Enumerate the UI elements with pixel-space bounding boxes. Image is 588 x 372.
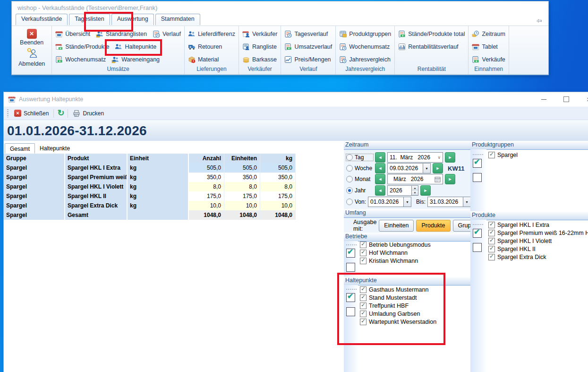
print-button[interactable]: Drucken bbox=[71, 110, 105, 117]
ribbon-item-zeitraum[interactable]: Zeitraum bbox=[472, 30, 505, 38]
ribbon-item-preis-mengen[interactable]: Preis/Mengen bbox=[284, 56, 331, 63]
prev-day-button[interactable]: ◄ bbox=[375, 152, 385, 163]
ribbon-item-verkaeufer[interactable]: Verkäufer bbox=[242, 30, 278, 38]
ribbon: × Beenden Abmelden Übersicht Standrangli… bbox=[12, 26, 548, 75]
column-header[interactable]: Produkt bbox=[65, 154, 128, 163]
haltepunkte-check-all-checkbox[interactable] bbox=[346, 293, 355, 302]
produkt-item[interactable]: Spargel HKL I Extra bbox=[488, 221, 588, 229]
ribbon-pin-icon[interactable] bbox=[535, 17, 543, 25]
ribbon-item-umsatzverlauf[interactable]: Umsatzverlauf bbox=[284, 43, 332, 51]
haltepunkt-item[interactable]: Gasthaus Mustermann bbox=[360, 285, 436, 294]
ribbon-item-staende-produkte-total[interactable]: Stände/Produkte total bbox=[398, 30, 465, 38]
month-field[interactable]: März 2026 bbox=[387, 174, 443, 184]
column-header[interactable]: Anzahl bbox=[189, 154, 224, 163]
ribbon-item-lieferdifferenz[interactable]: Lieferdifferenz bbox=[188, 30, 235, 38]
ribbon-item-verlauf[interactable]: Verlauf bbox=[153, 30, 181, 38]
radio-von[interactable]: Von: bbox=[346, 199, 366, 205]
tab-gesamt[interactable]: Gesamt bbox=[5, 143, 35, 154]
drag-dots-icon[interactable] bbox=[473, 224, 483, 225]
haltepunkt-item[interactable]: Treffpunkt HBF bbox=[360, 302, 436, 310]
column-header[interactable]: Einheit bbox=[128, 154, 189, 163]
betriebe-uncheck-all-checkbox[interactable] bbox=[346, 263, 355, 272]
prev-month-button[interactable]: ◄ bbox=[375, 174, 385, 184]
produkte-button[interactable]: Produkte bbox=[416, 220, 450, 232]
column-header[interactable]: Einheiten bbox=[224, 154, 260, 163]
tab-verkaufsstaende[interactable]: Verkaufsstände bbox=[16, 14, 68, 25]
prev-year-button[interactable]: ◄ bbox=[375, 185, 385, 196]
tab-auswertung[interactable]: Auswertung bbox=[111, 14, 154, 25]
ribbon-group-rentabilitaet: Stände/Produkte total Rentabilitätsverla… bbox=[395, 26, 469, 74]
close-report-button[interactable]: × Schließen bbox=[13, 110, 50, 117]
haltepunkte-uncheck-all-checkbox[interactable] bbox=[346, 307, 355, 316]
column-header[interactable]: Gruppe bbox=[4, 154, 65, 163]
logout-button[interactable]: Abmelden bbox=[18, 61, 45, 67]
ribbon-item-material[interactable]: Material bbox=[188, 56, 219, 63]
next-day-button[interactable]: ► bbox=[445, 152, 455, 163]
maximize-button[interactable] bbox=[556, 92, 576, 106]
haltepunkt-item[interactable]: Umladung Garbsen bbox=[360, 310, 436, 318]
radio-monat[interactable]: Monat bbox=[346, 176, 373, 182]
quit-icon[interactable]: × bbox=[27, 29, 37, 39]
ribbon-item-wochenumsatz[interactable]: Wochenumsatz bbox=[55, 56, 106, 63]
table-cell: 8,0 bbox=[260, 182, 296, 191]
drag-dots-icon[interactable] bbox=[346, 244, 357, 245]
tab-stammdaten[interactable]: Stammdaten bbox=[155, 14, 200, 25]
prev-week-button[interactable]: ◄ bbox=[375, 163, 385, 173]
ribbon-item-standranglisten[interactable]: Standranglisten bbox=[96, 30, 147, 38]
refresh-icon[interactable]: ↻ bbox=[57, 109, 64, 117]
quit-button[interactable]: Beenden bbox=[20, 39, 43, 46]
produktgruppe-item[interactable]: Spargel bbox=[488, 151, 518, 159]
minimize-button[interactable] bbox=[534, 92, 554, 106]
ribbon-item-tagesverlauf[interactable]: Tagesverlauf bbox=[284, 30, 328, 38]
report-window-title: Auswertung Haltepunkte bbox=[19, 96, 83, 103]
produkt-item[interactable]: Spargel Extra Dick bbox=[488, 253, 588, 261]
produkte-uncheck-all-checkbox[interactable] bbox=[473, 243, 482, 252]
ribbon-item-wareneingang[interactable]: Wareneingang bbox=[111, 56, 160, 63]
next-year-button[interactable]: ► bbox=[420, 185, 431, 196]
haltepunkt-item[interactable]: Wartepunkt Weserstadion bbox=[360, 318, 436, 326]
checkbox-checked-icon bbox=[360, 294, 366, 301]
ribbon-item-rentabilitaetsverlauf[interactable]: Rentabilitätsverlauf bbox=[398, 43, 458, 51]
ribbon-item-jahresvergleich[interactable]: Jahresvergleich bbox=[339, 56, 391, 63]
radio-tag[interactable]: Tag bbox=[346, 154, 373, 161]
betrieb-item[interactable]: Betrieb Uebungsmodus bbox=[360, 241, 431, 249]
betriebe-check-all-checkbox[interactable] bbox=[346, 249, 355, 258]
from-date-dropdown[interactable]: 01.03.2026▼ bbox=[368, 197, 411, 207]
year-spinner[interactable]: 2026▲▼ bbox=[387, 185, 418, 196]
column-header[interactable]: kg bbox=[260, 154, 296, 163]
ribbon-item-tablet[interactable]: Tablet bbox=[472, 43, 497, 51]
produkt-item[interactable]: Spargel HKL I Violett bbox=[488, 237, 588, 245]
day-select[interactable]: 11. März 2026∨ bbox=[387, 152, 443, 163]
to-date-dropdown[interactable]: 31.03.2026▼ bbox=[427, 197, 471, 207]
tab-tageslisten[interactable]: Tageslisten bbox=[69, 14, 110, 25]
drag-dots-icon[interactable] bbox=[473, 154, 483, 155]
produktgruppen-check-all-checkbox[interactable] bbox=[473, 159, 482, 168]
ribbon-item-rangliste[interactable]: Rangliste bbox=[242, 43, 277, 51]
einheiten-button[interactable]: Einheiten bbox=[379, 220, 414, 232]
drag-dots-icon[interactable] bbox=[346, 289, 357, 290]
next-month-button[interactable]: ► bbox=[445, 174, 455, 184]
produkt-item[interactable]: Spargel HKL II bbox=[488, 245, 588, 253]
close-button[interactable]: × bbox=[579, 92, 588, 106]
ribbon-item-staende-produkte[interactable]: Stände/Produkte bbox=[55, 43, 109, 51]
radio-woche[interactable]: Woche bbox=[346, 165, 373, 172]
logout-person-key-icon[interactable] bbox=[26, 47, 37, 60]
betrieb-item[interactable]: Kristian Wichmann bbox=[360, 257, 431, 265]
next-week-button[interactable]: ► bbox=[433, 163, 443, 173]
ribbon-item-wochenumsatz-jv[interactable]: Wochenumsatz bbox=[339, 43, 390, 51]
ribbon-item-produktgruppen[interactable]: Produktgruppen bbox=[339, 30, 391, 38]
ribbon-item-verkaeufe[interactable]: Verkäufe bbox=[472, 56, 505, 63]
ribbon-item-uebersicht[interactable]: Übersicht bbox=[55, 30, 90, 38]
tab-haltepunkte-view[interactable]: Haltepunkte bbox=[35, 143, 75, 154]
produkt-item[interactable]: Spargel Premium weiß 16-22mm HKL 1 bbox=[488, 229, 588, 237]
produkte-check-all-checkbox[interactable] bbox=[473, 229, 482, 238]
produktgruppen-uncheck-all-checkbox[interactable] bbox=[473, 173, 482, 182]
haltepunkt-item[interactable]: Stand Musterstadt bbox=[360, 294, 436, 302]
radio-jahr[interactable]: Jahr bbox=[346, 187, 373, 194]
ribbon-item-haltepunkte[interactable]: Haltepunkte bbox=[115, 43, 156, 51]
ribbon-item-barkasse[interactable]: Barkasse bbox=[242, 56, 277, 63]
toolbar-grip[interactable] bbox=[7, 109, 9, 117]
betrieb-item[interactable]: Hof Wichmann bbox=[360, 249, 431, 257]
ribbon-item-retouren[interactable]: Retouren bbox=[188, 43, 222, 51]
week-dropdown[interactable]: 09.03.2026▼ bbox=[387, 163, 431, 173]
